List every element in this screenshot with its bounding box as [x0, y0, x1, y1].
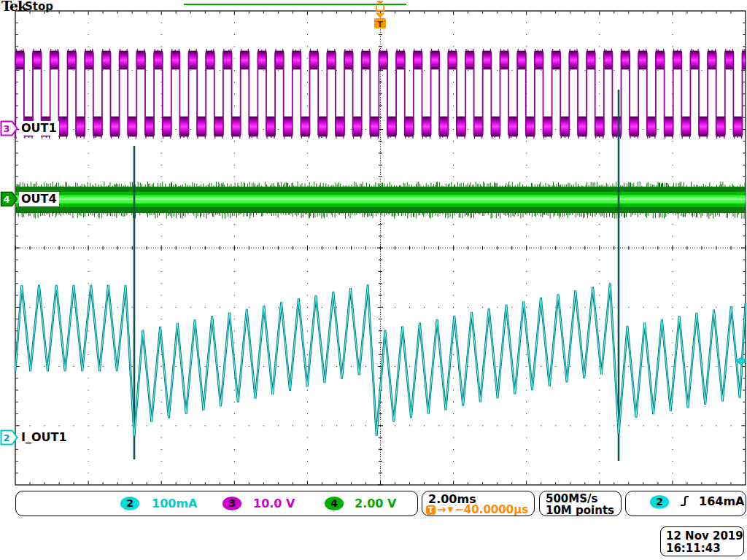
waveform-display: T — [0, 0, 747, 560]
channel-3-label: 3 OUT1 — [0, 120, 59, 136]
trigger-delay-value: −40.0000µs — [454, 505, 528, 515]
channel-3-badge: 3 — [222, 497, 241, 510]
channel-4-badge: 4 — [325, 497, 344, 510]
record-length: 10M points — [546, 504, 614, 517]
channel-2-marker-icon: 2 — [0, 429, 18, 446]
channel-4-marker-icon: 4 — [0, 191, 18, 207]
channel-3-marker-icon: 3 — [0, 120, 18, 136]
channel-2-label: 2 I_OUT1 — [0, 429, 69, 446]
waveforms — [15, 49, 747, 461]
expansion-point-box — [376, 5, 384, 11]
channel-4-name: OUT4 — [19, 192, 59, 206]
trigger-position-arrow-icon — [376, 13, 385, 19]
time-label: 16:11:43 — [666, 542, 721, 555]
acquisition-readout: 500MS/s 10M points — [539, 491, 622, 516]
channel-3-scale: 10.0 V — [253, 497, 295, 510]
channel-2-scale: 100mA — [152, 497, 197, 510]
trigger-readout: 2 164mA — [625, 491, 746, 516]
channel-4-scale: 2.00 V — [355, 497, 396, 510]
horizontal-readout: 2.00ms T → ▼ −40.0000µs — [422, 491, 535, 516]
channel-3-name: OUT1 — [19, 121, 59, 136]
channel-2-badge: 2 — [120, 497, 139, 510]
trigger-source-badge: 2 — [650, 495, 669, 509]
date-label: 12 Nov 2019 — [666, 529, 743, 542]
datetime-box: 12 Nov 2019 16:11:43 — [660, 526, 744, 556]
trigger-level: 164mA — [699, 495, 744, 508]
svg-text:4: 4 — [3, 194, 9, 205]
channel-4-label: 4 OUT4 — [0, 191, 59, 207]
trigger-flag-letter: T — [377, 20, 383, 29]
tek-logo: Tek — [1, 0, 26, 14]
rising-edge-icon — [678, 494, 690, 508]
vertical-scales-readout: 2 100mA 3 10.0 V 4 2.00 V — [15, 491, 418, 516]
trigger-delay-readout: T → ▼ −40.0000µs — [426, 505, 528, 515]
arrow-right-icon: → — [437, 505, 446, 515]
trigger-t-icon: T — [426, 505, 436, 515]
channel-2-name: I_OUT1 — [19, 430, 69, 445]
svg-text:3: 3 — [3, 123, 9, 134]
oscilloscope-screen: T Tek Stop 3 OUT1 4 OUT4 2 I_OUT1 2 100m… — [0, 0, 747, 560]
marker-down-icon: ▼ — [448, 505, 454, 515]
acquisition-status: Stop — [25, 0, 53, 13]
svg-text:2: 2 — [3, 432, 9, 443]
